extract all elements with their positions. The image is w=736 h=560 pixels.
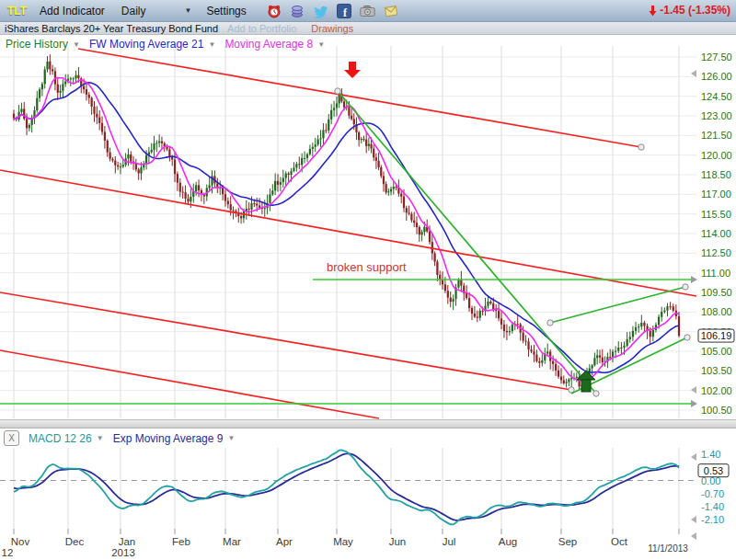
menu-moving-average-8[interactable]: Moving Average 8 ▼ xyxy=(224,38,334,51)
svg-text:Dec: Dec xyxy=(65,536,85,547)
svg-text:Jan: Jan xyxy=(119,536,136,547)
svg-text:124.50: 124.50 xyxy=(701,91,732,102)
svg-text:126.00: 126.00 xyxy=(701,71,732,82)
svg-text:11/1/2013: 11/1/2013 xyxy=(648,543,688,554)
change-value: -1.45 (-1.35%) xyxy=(660,4,730,17)
chevron-down-icon: ▼ xyxy=(185,6,192,15)
chart-canvas[interactable]: broken support127.50126.00124.50123.0012… xyxy=(0,0,736,560)
chevron-down-icon: ▼ xyxy=(73,40,80,49)
menu-price-history[interactable]: Price History ▼ xyxy=(6,38,89,51)
close-indicator-button[interactable]: X xyxy=(4,430,19,446)
svg-text:2013: 2013 xyxy=(111,547,135,558)
facebook-icon[interactable]: f xyxy=(337,4,351,18)
price-panel-header: Price History ▼ FW Moving Average 21 ▼ M… xyxy=(6,38,334,51)
svg-text:-0.70: -0.70 xyxy=(701,488,724,499)
svg-text:112.50: 112.50 xyxy=(701,247,731,258)
svg-text:0.53: 0.53 xyxy=(704,465,723,476)
coins-icon[interactable] xyxy=(290,4,305,18)
camera-icon[interactable] xyxy=(360,4,375,18)
top-toolbar: TLT Add Indicator Daily ▼ Settings xyxy=(0,0,736,22)
svg-text:broken support: broken support xyxy=(327,260,407,274)
menu-label: Price History xyxy=(6,38,68,51)
svg-text:102.00: 102.00 xyxy=(701,385,732,396)
svg-text:Nov: Nov xyxy=(11,536,30,547)
symbol-info-bar: iShares Barclays 20+ Year Treasury Bond … xyxy=(0,22,736,35)
svg-text:114.00: 114.00 xyxy=(701,228,731,239)
settings-button[interactable]: Settings xyxy=(206,5,246,17)
svg-text:Oct: Oct xyxy=(611,536,628,547)
svg-text:100.50: 100.50 xyxy=(701,405,732,416)
chevron-down-icon: ▼ xyxy=(317,40,325,49)
fund-name: iShares Barclays 20+ Year Treasury Bond … xyxy=(5,23,218,34)
symbol-label[interactable]: TLT xyxy=(7,5,27,17)
panel-resize-bar[interactable] xyxy=(0,419,736,429)
svg-text:1.40: 1.40 xyxy=(701,449,720,460)
interval-select[interactable]: Daily ▼ xyxy=(121,5,192,17)
alarm-icon[interactable] xyxy=(267,4,282,18)
svg-text:-1.40: -1.40 xyxy=(701,501,724,512)
svg-text:12: 12 xyxy=(2,547,14,558)
svg-text:108.00: 108.00 xyxy=(701,306,732,317)
svg-text:123.00: 123.00 xyxy=(701,110,732,121)
menu-macd[interactable]: MACD 12 26 ▼ xyxy=(29,432,113,445)
interval-value: Daily xyxy=(121,5,146,17)
svg-text:Mar: Mar xyxy=(223,536,241,547)
svg-text:115.50: 115.50 xyxy=(701,209,731,220)
svg-text:Jun: Jun xyxy=(389,536,407,547)
svg-text:Sep: Sep xyxy=(558,536,577,547)
svg-text:111.00: 111.00 xyxy=(701,268,730,279)
add-to-portfolio-link[interactable]: Add to Portfolio xyxy=(227,23,296,34)
macd-panel-header: X MACD 12 26 ▼ Exp Moving Average 9 ▼ xyxy=(4,430,244,446)
svg-text:117.00: 117.00 xyxy=(701,189,731,200)
menu-label: MACD 12 26 xyxy=(29,432,92,445)
menu-label: Exp Moving Average 9 xyxy=(113,432,224,445)
svg-text:Jul: Jul xyxy=(443,536,456,547)
svg-text:Apr: Apr xyxy=(276,536,293,547)
menu-exp-moving-average-9[interactable]: Exp Moving Average 9 ▼ xyxy=(113,432,245,445)
menu-label: Moving Average 8 xyxy=(224,38,313,51)
svg-text:121.50: 121.50 xyxy=(701,130,732,141)
svg-text:118.50: 118.50 xyxy=(701,169,731,180)
note-icon[interactable] xyxy=(384,4,398,18)
svg-text:-2.10: -2.10 xyxy=(701,514,724,525)
price-change: -1.45 (-1.35%) xyxy=(648,4,730,17)
svg-text:127.50: 127.50 xyxy=(701,51,732,63)
menu-label: FW Moving Average 21 xyxy=(89,38,204,51)
svg-text:106.19: 106.19 xyxy=(701,330,732,341)
svg-text:103.50: 103.50 xyxy=(701,365,732,376)
twitter-icon[interactable] xyxy=(313,4,328,18)
svg-text:Feb: Feb xyxy=(172,536,190,547)
add-indicator-button[interactable]: Add Indicator xyxy=(40,5,105,17)
drawings-link[interactable]: Drawings xyxy=(311,23,353,34)
toolbar-icons: f xyxy=(267,4,398,18)
chevron-down-icon: ▼ xyxy=(97,434,104,442)
down-arrow-icon xyxy=(648,5,658,17)
chevron-down-icon: ▼ xyxy=(208,40,215,49)
svg-text:105.00: 105.00 xyxy=(701,346,732,357)
svg-text:109.50: 109.50 xyxy=(701,287,732,298)
svg-text:120.00: 120.00 xyxy=(701,150,732,161)
chart-app-window: broken support127.50126.00124.50123.0012… xyxy=(0,0,736,560)
menu-fw-moving-average-21[interactable]: FW Moving Average 21 ▼ xyxy=(89,38,224,51)
chevron-down-icon: ▼ xyxy=(227,434,235,442)
svg-text:May: May xyxy=(333,536,353,547)
svg-text:Aug: Aug xyxy=(499,536,517,547)
